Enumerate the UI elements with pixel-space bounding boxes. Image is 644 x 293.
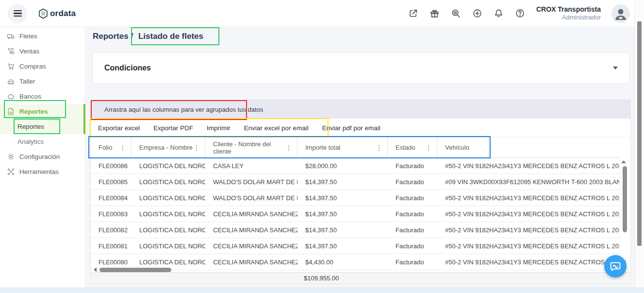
bottom-band (0, 288, 644, 293)
column-header-cliente[interactable]: Cliente - Nombre del cliente ⋮ (205, 138, 297, 157)
menu-button[interactable] (8, 4, 27, 23)
sidebar-item-reportes[interactable]: Reportes (0, 104, 85, 119)
main-content: Reportes / Listado de fletes Condiciones… (86, 27, 635, 288)
email-pdf-button[interactable]: Enviar pdf por email (322, 124, 380, 132)
sidebar-item-label: Reportes (17, 123, 44, 130)
column-menu-icon[interactable]: ⋮ (376, 144, 382, 152)
sidebar-item-bancos[interactable]: Bancos (0, 89, 85, 104)
table-row[interactable]: FLE00084 LOGISTICA DEL NOROESTE WALDO'S … (91, 190, 619, 206)
user-role: Administrador (536, 14, 601, 21)
table-row[interactable]: FLE00086 LOGISTICA DEL NOROESTE CASA LEY… (91, 158, 619, 174)
sidebar-item-label: Fletes (19, 33, 37, 40)
tools-icon (7, 168, 15, 176)
sidebar-group-reportes: Reportes Reportes (0, 104, 85, 134)
sidebar-subitem-reportes[interactable]: Reportes (0, 119, 85, 134)
export-excel-button[interactable]: Exportar excel (98, 124, 140, 132)
sidebar-item-label: Bancos (19, 93, 41, 100)
car-icon (7, 77, 15, 86)
search-icon[interactable] (451, 8, 462, 19)
sidebar-item-compras[interactable]: Compras (0, 59, 85, 74)
shopping-cart-icon (7, 62, 15, 70)
group-hint-text: Arrastra aquí las columnas para ver agru… (104, 106, 263, 113)
column-header-empresa[interactable]: Empresa - Nombre ⋮ (132, 138, 205, 157)
hamburger-icon (14, 10, 22, 12)
breadcrumb-section[interactable]: Reportes / (93, 32, 133, 41)
chat-widget-button[interactable] (604, 255, 627, 277)
topbar: R ordata CROX Transporti (0, 0, 635, 27)
report-grid: Arrastra aquí las columnas para ver agru… (90, 100, 631, 284)
sidebar-item-label: Reportes (19, 108, 48, 115)
avatar[interactable] (611, 4, 630, 23)
svg-text:R: R (41, 11, 45, 17)
column-menu-icon[interactable]: ⋮ (285, 144, 292, 152)
brand-hexagon-icon: R (38, 8, 49, 19)
group-drop-zone[interactable]: Arrastra aquí las columnas para ver agru… (91, 100, 630, 119)
column-menu-icon[interactable]: ⋮ (425, 144, 432, 152)
breadcrumb: Reportes / Listado de fletes (93, 32, 203, 41)
table-row[interactable]: FLE00082 LOGISTICA DEL NOROESTE CECILIA … (91, 222, 619, 238)
sidebar-item-label: Taller (19, 78, 35, 85)
app-window: R ordata CROX Transporti (0, 0, 644, 293)
topbar-actions: CROX Transportista Administrador (408, 4, 635, 23)
piggy-bank-icon (7, 92, 15, 101)
sidebar-item-configuracion[interactable]: Configuración (0, 149, 85, 164)
sales-funnel-icon (7, 47, 15, 55)
export-pdf-button[interactable]: Exportar PDF (153, 124, 193, 132)
column-header-estado[interactable]: Estado ⋮ (388, 138, 437, 157)
column-menu-icon[interactable]: ⋮ (119, 144, 126, 152)
chevron-down-icon[interactable] (613, 67, 618, 69)
sidebar-item-label: Analytics (17, 138, 44, 145)
print-button[interactable]: Imprimir (207, 124, 231, 132)
page-scrollbar[interactable] (634, 0, 644, 288)
person-icon (612, 5, 629, 22)
sidebar-item-label: Herramientas (19, 168, 59, 175)
breadcrumb-page: Listado de fletes (138, 32, 203, 41)
scroll-up-icon[interactable] (621, 160, 626, 163)
truck-icon (7, 32, 15, 40)
notifications-icon[interactable] (494, 8, 504, 19)
report-file-icon (7, 107, 15, 116)
gear-icon (7, 153, 15, 161)
conditions-title: Condiciones (104, 64, 151, 72)
sidebar-item-label: Configuración (19, 153, 60, 160)
user-name: CROX Transportista (536, 5, 601, 14)
help-icon[interactable] (515, 8, 526, 19)
horizontal-scroll-thumb[interactable] (99, 268, 171, 272)
app-logo[interactable]: R ordata (38, 8, 76, 19)
scroll-left-icon[interactable] (94, 267, 97, 272)
column-header-filler (489, 138, 620, 157)
sidebar-item-fletes[interactable]: Fletes (0, 29, 85, 44)
table-row[interactable]: FLE00081 LOGISTICA DEL NOROESTE CECILIA … (91, 238, 619, 254)
column-header-importe[interactable]: Importe total ⋮ (297, 138, 388, 157)
open-in-new-icon[interactable] (408, 8, 419, 19)
grid-header-row: Folio ⋮ Empresa - Nombre ⋮ Cliente - Nom… (91, 138, 620, 158)
importe-total-sum: $109,955.00 (304, 275, 339, 282)
sidebar-item-herramientas[interactable]: Herramientas (0, 164, 85, 179)
column-menu-icon[interactable]: ⋮ (193, 144, 200, 152)
column-header-folio[interactable]: Folio ⋮ (91, 138, 132, 157)
add-circle-icon[interactable] (472, 8, 483, 19)
conditions-panel[interactable]: Condiciones (92, 52, 630, 84)
vertical-scroll-thumb[interactable] (623, 166, 627, 232)
sidebar: Fletes Ventas Compras Taller Bancos Repo… (0, 27, 85, 288)
email-excel-button[interactable]: Enviar excel por email (244, 124, 309, 132)
chat-bubble-icon (609, 260, 622, 273)
grid-toolbar: Exportar excel Exportar PDF Imprimir Env… (91, 119, 630, 138)
user-menu[interactable]: CROX Transportista Administrador (536, 5, 601, 22)
table-row[interactable]: FLE00085 LOGISTICA DEL NOROESTE WALDO'S … (91, 174, 619, 190)
page-scroll-thumb[interactable] (637, 21, 642, 246)
grid-footer-row: $109,955.00 (91, 272, 630, 284)
gift-icon[interactable] (429, 8, 440, 19)
grid-body: FLE00086 LOGISTICA DEL NOROESTE CASA LEY… (91, 158, 620, 270)
brand-name: ordata (50, 9, 76, 18)
sidebar-item-label: Ventas (19, 48, 39, 55)
table-row[interactable]: FLE00083 LOGISTICA DEL NOROESTE CECILIA … (91, 206, 619, 222)
column-header-vehiculo[interactable]: Vehículo (437, 138, 489, 157)
sidebar-item-label: Compras (19, 63, 46, 70)
sidebar-item-ventas[interactable]: Ventas (0, 44, 85, 59)
sidebar-item-taller[interactable]: Taller (0, 74, 85, 89)
sidebar-subitem-analytics[interactable]: Analytics (0, 134, 85, 149)
